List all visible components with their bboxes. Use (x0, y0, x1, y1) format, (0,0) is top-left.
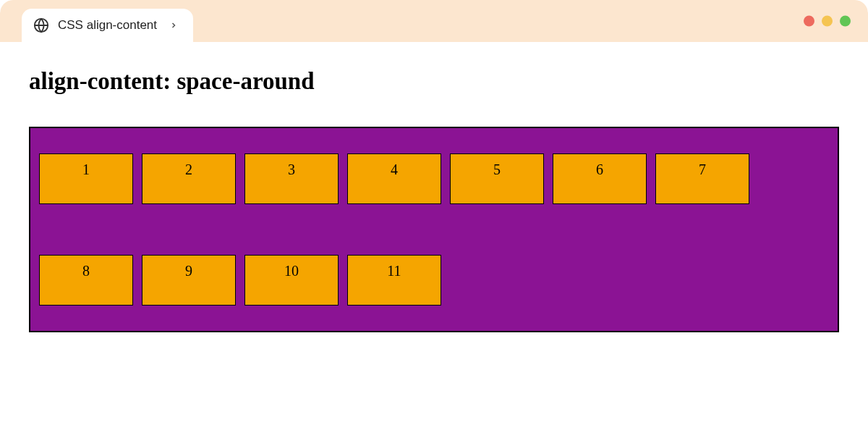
window-close-button[interactable] (804, 16, 814, 27)
flex-item: 9 (142, 255, 236, 306)
flex-item: 8 (39, 255, 133, 306)
globe-icon (33, 17, 49, 33)
browser-chrome: CSS align-content (0, 0, 868, 42)
flex-item: 11 (347, 255, 441, 306)
flex-item: 3 (244, 153, 339, 204)
flex-item: 7 (655, 153, 749, 204)
tab-title: CSS align-content (58, 18, 157, 33)
window-controls (804, 16, 851, 27)
page-content: align-content: space-around 1 2 3 4 5 6 … (0, 42, 868, 358)
page-title: align-content: space-around (29, 68, 839, 95)
flex-item: 1 (39, 153, 133, 204)
browser-tab[interactable]: CSS align-content (22, 9, 193, 42)
flex-item: 2 (142, 153, 236, 204)
flex-item: 10 (244, 255, 339, 306)
flex-item: 4 (347, 153, 441, 204)
flex-item: 5 (450, 153, 544, 204)
window-minimize-button[interactable] (822, 16, 833, 27)
window-maximize-button[interactable] (840, 16, 851, 27)
flex-item: 6 (553, 153, 647, 204)
chevron-right-icon (169, 20, 179, 30)
flex-container: 1 2 3 4 5 6 7 8 9 10 11 (29, 127, 839, 332)
